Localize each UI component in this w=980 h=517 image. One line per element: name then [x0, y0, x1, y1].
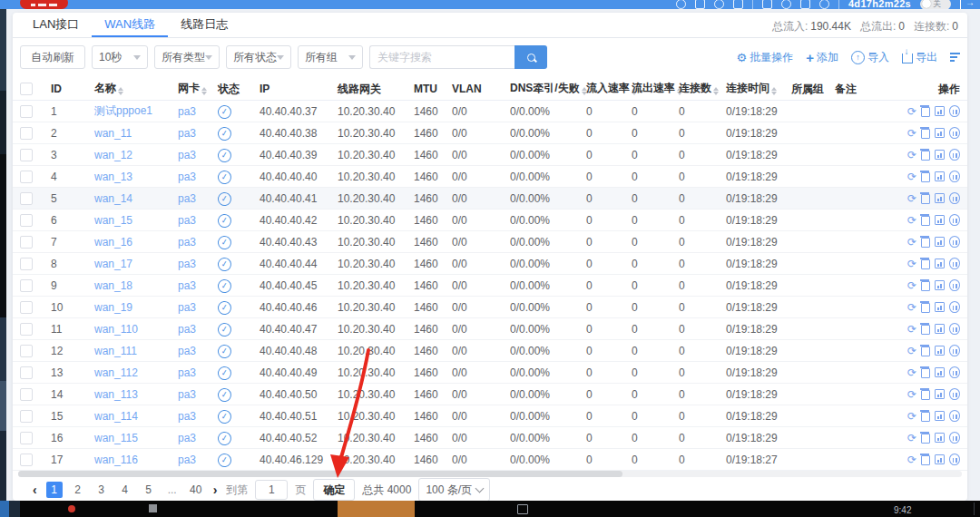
taskbar-app-icon[interactable] — [68, 505, 75, 512]
reconnect-icon[interactable]: ⟳ — [907, 237, 916, 248]
line-name-link[interactable]: wan_113 — [94, 388, 138, 401]
import-button[interactable]: ↑ 导入 — [851, 50, 889, 65]
type-filter-select[interactable]: 所有类型 — [154, 45, 220, 69]
tab[interactable]: WAN线路 — [92, 13, 168, 37]
sort-filter-icon[interactable] — [950, 53, 960, 62]
nic-link[interactable]: pa3 — [178, 127, 196, 140]
delete-icon[interactable] — [921, 194, 929, 204]
pause-icon[interactable] — [949, 149, 960, 161]
row-checkbox[interactable] — [20, 236, 33, 249]
sidebar-sliver[interactable] — [0, 9, 6, 501]
column-header[interactable]: 名称 — [94, 81, 178, 98]
delete-icon[interactable] — [921, 346, 929, 356]
tab[interactable]: 线路日志 — [168, 13, 240, 37]
power-toggle[interactable]: 关 — [920, 0, 951, 9]
line-name-link[interactable]: wan_14 — [94, 192, 132, 205]
row-checkbox[interactable] — [20, 105, 33, 118]
delete-icon[interactable] — [921, 281, 929, 291]
page-number[interactable]: 2 — [70, 482, 86, 498]
reconnect-icon[interactable]: ⟳ — [907, 280, 916, 291]
topbar-icon[interactable] — [695, 0, 705, 9]
line-name-link[interactable]: wan_112 — [94, 366, 138, 379]
search-button[interactable] — [514, 45, 547, 69]
row-checkbox[interactable] — [20, 279, 33, 292]
column-header[interactable]: 连接数 — [679, 81, 726, 98]
select-all-checkbox[interactable] — [20, 83, 33, 95]
delete-icon[interactable] — [921, 259, 929, 269]
column-header[interactable]: 网卡 — [178, 81, 218, 98]
topbar-icon[interactable] — [781, 0, 791, 9]
nic-link[interactable]: pa3 — [178, 214, 196, 227]
page-number[interactable]: 4 — [117, 482, 133, 498]
delete-icon[interactable] — [921, 412, 929, 422]
nic-link[interactable]: pa3 — [178, 323, 196, 336]
stats-icon[interactable] — [935, 433, 945, 443]
line-name-link[interactable]: wan_19 — [94, 301, 132, 314]
pause-icon[interactable] — [949, 454, 960, 465]
taskbar-app-icon[interactable] — [0, 501, 9, 517]
reconnect-icon[interactable]: ⟳ — [907, 128, 916, 139]
row-checkbox[interactable] — [20, 366, 33, 379]
row-checkbox[interactable] — [20, 149, 33, 161]
pause-icon[interactable] — [949, 127, 960, 139]
topbar-icon[interactable] — [676, 0, 686, 9]
row-checkbox[interactable] — [20, 388, 33, 401]
nic-link[interactable]: pa3 — [178, 345, 196, 357]
row-checkbox[interactable] — [20, 127, 33, 140]
line-name-link[interactable]: wan_18 — [94, 279, 132, 292]
page-number[interactable]: 5 — [141, 482, 157, 498]
line-name-link[interactable]: wan_115 — [94, 432, 138, 444]
auto-refresh-button[interactable]: 自动刷新 — [20, 45, 85, 69]
row-checkbox[interactable] — [20, 345, 33, 357]
pause-icon[interactable] — [949, 236, 960, 248]
page-number[interactable]: 1 — [46, 482, 63, 498]
delete-icon[interactable] — [921, 238, 929, 248]
pause-icon[interactable] — [949, 366, 960, 378]
line-name-link[interactable]: wan_116 — [94, 454, 138, 466]
page-number[interactable]: 3 — [93, 482, 110, 498]
topbar-icon[interactable] — [733, 0, 743, 9]
column-header[interactable]: DNS牵引/失败 — [510, 81, 586, 98]
red-badge[interactable] — [20, 0, 68, 9]
pause-icon[interactable] — [949, 171, 960, 182]
nic-link[interactable]: pa3 — [178, 192, 196, 205]
next-page-button[interactable]: › — [211, 483, 220, 497]
scrollbar-thumb[interactable] — [18, 471, 622, 477]
line-name-link[interactable]: wan_17 — [94, 258, 132, 270]
reconnect-icon[interactable]: ⟳ — [907, 346, 916, 356]
pause-icon[interactable] — [949, 345, 960, 356]
stats-icon[interactable] — [935, 150, 945, 160]
line-name-link[interactable]: wan_110 — [94, 323, 138, 336]
horizontal-scrollbar[interactable] — [18, 471, 962, 477]
add-button[interactable]: + 添加 — [806, 50, 838, 65]
pause-icon[interactable] — [949, 192, 960, 204]
column-header[interactable]: 流出速率 — [632, 81, 679, 98]
stats-icon[interactable] — [935, 258, 945, 268]
nic-link[interactable]: pa3 — [178, 105, 196, 118]
topbar-icon[interactable] — [762, 0, 772, 9]
sort-icon[interactable] — [118, 84, 123, 98]
row-checkbox[interactable] — [20, 410, 33, 423]
batch-actions-button[interactable]: ⚙ 批量操作 — [737, 50, 794, 65]
column-header[interactable]: 流入速率 — [586, 81, 632, 98]
line-name-link[interactable]: wan_15 — [94, 214, 132, 227]
reconnect-icon[interactable]: ⟳ — [907, 454, 916, 465]
goto-page-input[interactable] — [255, 480, 288, 500]
reconnect-icon[interactable]: ⟳ — [907, 324, 916, 335]
pause-icon[interactable] — [949, 432, 960, 444]
reconnect-icon[interactable]: ⟳ — [907, 171, 916, 182]
delete-icon[interactable] — [921, 390, 929, 400]
topbar-icon[interactable] — [800, 0, 810, 9]
line-name-link[interactable]: wan_11 — [94, 127, 132, 140]
pause-icon[interactable] — [949, 105, 960, 117]
tab[interactable]: LAN接口 — [20, 13, 92, 37]
logout-icon[interactable] — [960, 0, 969, 9]
stats-icon[interactable] — [935, 280, 945, 290]
pause-icon[interactable] — [949, 301, 960, 313]
reconnect-icon[interactable]: ⟳ — [907, 389, 916, 400]
stats-icon[interactable] — [935, 367, 945, 377]
row-checkbox[interactable] — [20, 258, 33, 270]
stats-icon[interactable] — [935, 454, 945, 464]
pause-icon[interactable] — [949, 258, 960, 269]
sort-icon[interactable] — [771, 84, 777, 98]
